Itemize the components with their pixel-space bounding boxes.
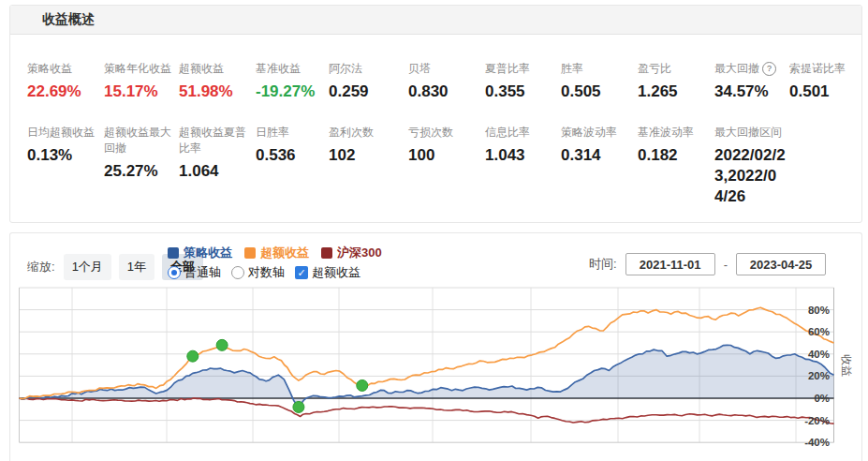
stat-label: 日均超额收益: [27, 125, 102, 141]
stat-value: 1.064: [179, 161, 254, 182]
chart-card: 缩放: 1个月1年全部 策略收益超额收益沪深300 普通轴对数轴✓超额收益 时间…: [9, 232, 862, 461]
excess-return-toggle[interactable]: ✓超额收益: [295, 264, 360, 281]
stat-cell: 夏普比率0.355: [485, 61, 560, 102]
legend-label: 策略收益: [184, 245, 232, 261]
stat-cell: 日胜率0.536: [256, 125, 331, 166]
stat-value: 51.98%: [179, 82, 254, 102]
stat-label: 贝塔: [408, 61, 483, 77]
stat-value: 0.830: [408, 82, 483, 102]
stat-value: 0.505: [561, 82, 636, 102]
stat-cell: 策略收益22.69%: [27, 61, 102, 102]
time-range-group: 时间: -: [589, 253, 826, 275]
stat-label: 策略年化收益: [104, 61, 179, 77]
chart-controls: 缩放: 1个月1年全部 策略收益超额收益沪深300 普通轴对数轴✓超额收益 时间…: [10, 233, 861, 290]
axis-option-label: 普通轴: [184, 264, 221, 281]
stat-value: 25.27%: [104, 161, 179, 182]
stat-value: 2022/02/23,2022/04/26: [714, 145, 789, 207]
help-icon[interactable]: ?: [762, 62, 776, 76]
stat-cell: 阿尔法0.259: [329, 61, 404, 102]
legend-swatch-icon: [244, 247, 256, 259]
stat-cell: 超额收益最大回撤25.27%: [104, 125, 179, 182]
legend-item-benchmark[interactable]: 沪深300: [321, 245, 382, 261]
stat-cell: 盈利次数102: [329, 125, 404, 166]
stat-value: 0.355: [485, 82, 560, 102]
stat-value: 34.57%: [714, 82, 789, 102]
stat-label: 阿尔法: [329, 61, 404, 77]
zoom-label: 缩放:: [27, 259, 55, 275]
returns-overview-card: 收益概述 策略收益22.69%策略年化收益15.17%超额收益51.98%基准收…: [9, 5, 862, 223]
stat-value: 1.043: [485, 145, 560, 166]
chart-legend: 策略收益超额收益沪深300: [168, 245, 382, 261]
stat-label: 盈亏比: [638, 61, 713, 77]
stat-label: 胜率: [561, 61, 636, 77]
stat-label: 超额收益夏普比率: [179, 125, 254, 156]
stat-value: -19.27%: [256, 82, 331, 102]
stat-label: 基准波动率: [638, 125, 713, 141]
stat-value: 15.17%: [104, 82, 179, 102]
date-to-input[interactable]: [736, 253, 826, 275]
time-label: 时间:: [589, 256, 617, 273]
stat-label: 超额收益最大回撤: [104, 125, 179, 156]
stat-label: 策略收益: [27, 61, 102, 77]
radio-icon[interactable]: [231, 266, 244, 279]
zoom-button-1m[interactable]: 1个月: [64, 254, 111, 280]
stat-value: 102: [329, 145, 404, 166]
stat-value: 0.259: [329, 82, 404, 102]
stat-label: 夏普比率: [485, 61, 560, 77]
stat-label: 最大回撤?: [714, 61, 789, 77]
stat-label: 日胜率: [256, 125, 331, 141]
stat-value: 100: [408, 145, 483, 166]
axis-option-log[interactable]: 对数轴: [231, 264, 285, 281]
stat-cell: 基准收益-19.27%: [256, 61, 331, 102]
axis-options-row: 普通轴对数轴✓超额收益: [168, 264, 360, 281]
stat-value: 0.182: [638, 145, 713, 166]
stat-cell: 策略年化收益15.17%: [104, 61, 179, 102]
stat-cell: 最大回撤区间2022/02/23,2022/04/26: [714, 125, 789, 207]
stat-cell: 超额收益夏普比率1.064: [179, 125, 254, 182]
stat-value: 1.265: [638, 82, 713, 102]
checkbox-check-icon[interactable]: ✓: [295, 266, 308, 279]
legend-label: 超额收益: [260, 245, 309, 261]
stat-cell: 亏损次数100: [408, 125, 483, 166]
legend-swatch-icon: [168, 247, 179, 259]
stat-label: 盈利次数: [329, 125, 404, 141]
stat-label: 信息比率: [485, 125, 560, 141]
date-from-input[interactable]: [625, 253, 715, 275]
page: 收益概述 策略收益22.69%策略年化收益15.17%超额收益51.98%基准收…: [0, 0, 868, 461]
stat-cell: 策略波动率0.314: [561, 125, 636, 166]
axis-option-label: 对数轴: [248, 264, 285, 281]
stat-label: 基准收益: [256, 61, 331, 77]
stat-cell: 盈亏比1.265: [638, 61, 713, 102]
legend-item-excess[interactable]: 超额收益: [244, 245, 309, 261]
stat-label: 最大回撤区间: [714, 125, 789, 141]
stat-value: 22.69%: [27, 82, 102, 102]
stat-cell: 基准波动率0.182: [638, 125, 713, 166]
stat-label: 亏损次数: [408, 125, 483, 141]
stat-cell: 信息比率1.043: [485, 125, 560, 166]
stat-cell: 索提诺比率0.501: [789, 61, 864, 102]
stat-label: 索提诺比率: [789, 61, 864, 77]
legend-label: 沪深300: [337, 245, 382, 261]
stat-cell: 贝塔0.830: [408, 61, 483, 102]
zoom-button-1y[interactable]: 1年: [119, 254, 154, 280]
stat-cell: 最大回撤?34.57%: [714, 61, 789, 102]
radio-icon[interactable]: [168, 266, 181, 279]
stat-cell: 胜率0.505: [561, 61, 636, 102]
stat-value: 0.536: [256, 145, 331, 166]
stat-value: 0.13%: [27, 145, 102, 166]
page-title: 收益概述: [42, 11, 95, 28]
legend-item-strategy[interactable]: 策略收益: [168, 245, 232, 261]
stat-label: 策略波动率: [561, 125, 636, 141]
date-range-separator: -: [724, 258, 728, 272]
legend-swatch-icon: [321, 247, 332, 259]
stats-grid: 策略收益22.69%策略年化收益15.17%超额收益51.98%基准收益-19.…: [10, 35, 861, 222]
excess-checkbox-label: 超额收益: [312, 264, 360, 281]
card-header: 收益概述: [10, 6, 861, 35]
stat-value: 0.314: [561, 145, 636, 166]
stat-label: 超额收益: [179, 61, 254, 77]
stat-value: 0.501: [789, 82, 864, 102]
axis-option-linear[interactable]: 普通轴: [168, 264, 221, 281]
stat-cell: 日均超额收益0.13%: [27, 125, 102, 166]
stat-cell: 超额收益51.98%: [179, 61, 254, 102]
